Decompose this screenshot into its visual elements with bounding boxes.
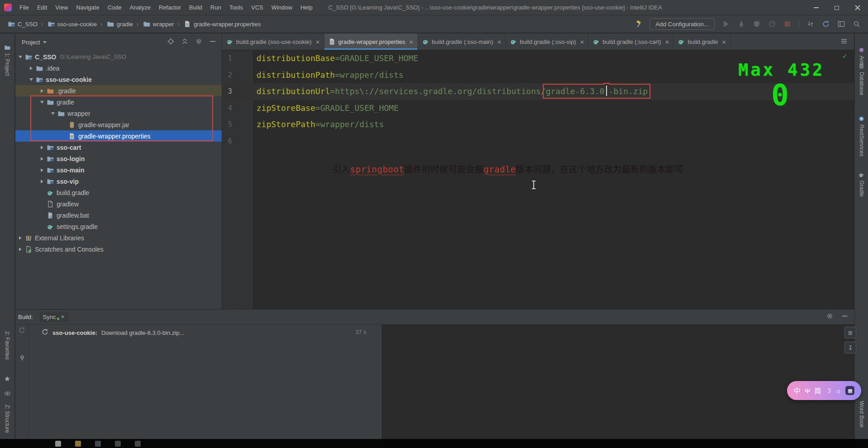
toolwindow-button-database[interactable]: Database	[855, 63, 868, 95]
build-tab-sync[interactable]: Sync ×	[39, 312, 68, 322]
menu-file[interactable]: File	[15, 0, 33, 15]
tree-item-c-sso[interactable]: C_SSOG:\Learning Java\C_SSO	[15, 51, 222, 62]
menu-edit[interactable]: Edit	[33, 0, 51, 15]
tree-item-gradle[interactable]: gradle	[15, 96, 222, 108]
menu-run[interactable]: Run	[206, 0, 225, 15]
menu-build[interactable]: Build	[185, 0, 206, 15]
line-number[interactable]: 5	[222, 116, 252, 133]
menu-vcs[interactable]: VCS	[247, 0, 267, 15]
close-tab-icon[interactable]: ×	[497, 38, 501, 46]
tree-item-sso-cart[interactable]: sso-cart	[15, 142, 222, 153]
taskbar-item[interactable]	[135, 441, 141, 447]
tree-item-idea[interactable]: .idea	[15, 62, 222, 74]
tree-item-wrapper[interactable]: wrapper	[15, 108, 222, 119]
tree-toggle-icon[interactable]	[38, 87, 46, 95]
editor-tab-build-gradle-sso-vip[interactable]: build.gradle (:sso-vip)×	[506, 33, 588, 50]
coverage-button[interactable]	[753, 20, 761, 28]
ime-icon-4[interactable]: ☼	[835, 387, 842, 394]
tree-toggle-icon[interactable]	[38, 167, 46, 174]
run-button[interactable]	[722, 20, 730, 28]
editor-tab-gradle-wrapper-properties[interactable]: gradle-wrapper.properties×	[324, 33, 418, 50]
close-tab-icon[interactable]: ×	[580, 38, 584, 46]
tree-item-gradlew[interactable]: gradlew	[15, 198, 222, 210]
stop-button[interactable]	[783, 20, 792, 28]
breadcrumb-gradle[interactable]: gradle	[105, 19, 134, 29]
add-configuration-button[interactable]: Add Configuration...	[650, 18, 715, 30]
close-button[interactable]	[847, 0, 868, 15]
gear-icon[interactable]	[195, 38, 202, 46]
tree-toggle-icon[interactable]	[38, 178, 46, 185]
menu-view[interactable]: View	[51, 0, 72, 15]
search-everywhere-button[interactable]	[853, 20, 861, 28]
breadcrumb-gradle-wrapper-properties[interactable]: gradle-wrapper.properties	[182, 19, 261, 29]
ime-icon-0[interactable]: 中	[794, 387, 801, 394]
profiler-button[interactable]	[768, 20, 776, 28]
editor-line[interactable]: 2distributionPath=wrapper/dists	[222, 67, 854, 84]
line-number[interactable]: 2	[222, 67, 252, 84]
line-number[interactable]: 1	[222, 50, 252, 67]
window-layout-button[interactable]	[837, 20, 845, 28]
favorites-star-button[interactable]	[0, 376, 14, 382]
menu-window[interactable]: Window	[267, 0, 296, 15]
gear-icon[interactable]	[826, 313, 833, 321]
line-number[interactable]: 6	[222, 133, 252, 150]
tree-toggle-icon[interactable]	[27, 76, 35, 83]
toolwindow-button-gradle[interactable]: Gradle	[855, 172, 868, 197]
ide-updates-button[interactable]	[822, 20, 830, 28]
chevron-down-icon[interactable]	[43, 41, 47, 43]
tree-toggle-icon[interactable]	[38, 99, 46, 106]
menu-navigate[interactable]: Navigate	[72, 0, 103, 15]
tree-item-gradle[interactable]: .gradle	[15, 85, 222, 96]
close-tab-icon[interactable]: ×	[665, 38, 669, 46]
ime-toolbar[interactable]: 中Ψ简☽☼▦	[787, 381, 861, 400]
tree-toggle-icon[interactable]	[38, 155, 46, 162]
taskbar-item[interactable]	[115, 441, 121, 447]
ime-icon-5[interactable]: ▦	[845, 386, 854, 395]
menu-code[interactable]: Code	[104, 0, 126, 15]
editor-tab-build-gradle-sso-cart[interactable]: build.gradle (:sso-cart)×	[588, 33, 674, 50]
tree-item-external-libraries[interactable]: External Libraries	[15, 232, 222, 243]
ime-icon-3[interactable]: ☽	[825, 387, 831, 394]
toolwindow-button-project[interactable]: 1: Project	[0, 44, 14, 76]
tree-toggle-icon[interactable]	[27, 65, 35, 72]
tree-item-sso-vip[interactable]: sso-vip	[15, 176, 222, 187]
inspections-status-icon[interactable]: ✓	[843, 52, 847, 60]
maximize-button[interactable]	[826, 0, 847, 15]
ime-icon-2[interactable]: 简	[814, 387, 821, 394]
tree-toggle-icon[interactable]	[16, 246, 24, 253]
minimize-button[interactable]	[806, 0, 826, 15]
editor-line[interactable]: 4zipStoreBase=GRADLE_USER_HOME	[222, 100, 854, 117]
collapse-all-button[interactable]	[181, 38, 188, 46]
editor[interactable]: 1distributionBase=GRADLE_USER_HOME2distr…	[222, 50, 854, 309]
tree-item-gradle-wrapper-properties[interactable]: gradle-wrapper.properties	[15, 130, 222, 142]
editor-line[interactable]: 6	[222, 133, 854, 150]
editor-line[interactable]: 1distributionBase=GRADLE_USER_HOME	[222, 50, 854, 67]
tree-item-sso-login[interactable]: sso-login	[15, 153, 222, 164]
toolwindow-button-word-book[interactable]: Word Book	[855, 401, 868, 428]
line-number[interactable]: 3	[222, 83, 252, 100]
line-number[interactable]: 4	[222, 100, 252, 117]
tree-item-gradle-wrapper-jar[interactable]: gradle-wrapper.jar	[15, 119, 222, 130]
toolwindow-button-structure[interactable]: Z: Structure	[0, 405, 14, 433]
breadcrumb-sso-use-cookie[interactable]: sso-use-cookie	[46, 19, 98, 29]
scroll-to-end-button[interactable]: ↧	[844, 342, 856, 353]
tree-toggle-icon[interactable]	[16, 53, 24, 61]
preview-eye-button[interactable]	[0, 390, 14, 396]
close-tab-icon[interactable]: ×	[316, 38, 320, 46]
tree-item-settings-gradle[interactable]: settings.gradle	[15, 221, 222, 232]
build-hammer-icon[interactable]	[634, 20, 642, 28]
toolwindow-button-restservices[interactable]: RestServices	[855, 116, 868, 157]
close-tab-icon[interactable]: ×	[722, 38, 726, 46]
vcs-update-button[interactable]	[806, 20, 815, 28]
locate-file-button[interactable]	[167, 38, 174, 46]
rerun-build-button[interactable]	[19, 327, 25, 335]
menu-analyze[interactable]: Analyze	[126, 0, 155, 15]
menu-tools[interactable]: Tools	[225, 0, 247, 15]
toolwindow-button-favorites[interactable]: 2: Favorites	[0, 331, 14, 360]
close-tab-icon[interactable]: ×	[409, 38, 413, 46]
close-tab-icon[interactable]: ×	[61, 313, 64, 320]
taskbar-item[interactable]	[75, 441, 81, 447]
debug-button[interactable]	[737, 20, 745, 28]
menu-help[interactable]: Help	[296, 0, 317, 15]
tree-item-sso-main[interactable]: sso-main	[15, 164, 222, 176]
